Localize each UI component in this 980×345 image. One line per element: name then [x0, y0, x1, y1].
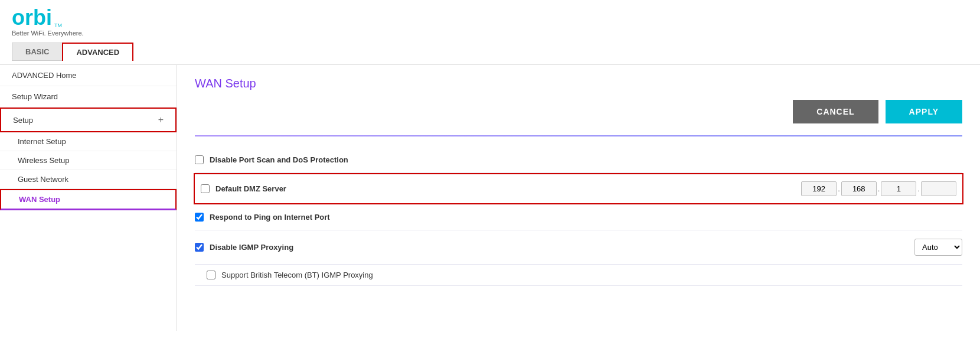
cancel-button[interactable]: CANCEL	[793, 100, 878, 123]
setup-expand-icon[interactable]: +	[158, 115, 164, 125]
logo-text: orbi	[12, 7, 52, 28]
sidebar-item-internet-setup[interactable]: Internet Setup	[0, 132, 177, 151]
ip-dot-3: .	[917, 184, 920, 193]
dmz-server-label: Default DMZ Server	[215, 184, 801, 193]
ip-dot-1: .	[838, 184, 840, 193]
form-row-respond-ping: Respond to Ping on Internet Port	[195, 204, 962, 230]
ip-octet-4[interactable]	[921, 181, 956, 196]
disable-port-scan-checkbox[interactable]	[195, 155, 204, 164]
ip-dot-2: .	[878, 184, 880, 193]
ip-inputs: . . .	[801, 181, 956, 196]
bt-igmp-label: Support British Telecom (BT) IGMP Proxyi…	[221, 271, 373, 279]
igmp-select[interactable]: Auto Manual	[914, 239, 962, 256]
tab-advanced[interactable]: ADVANCED	[62, 43, 133, 61]
form-row-disable-port-scan: Disable Port Scan and DoS Protection	[195, 147, 962, 173]
sidebar-item-wireless-setup[interactable]: Wireless Setup	[0, 151, 177, 170]
sidebar: ADVANCED Home Setup Wizard Setup + Inter…	[0, 65, 177, 331]
bt-igmp-checkbox[interactable]	[207, 271, 215, 279]
main-content: WAN Setup CANCEL APPLY Disable Port Scan…	[177, 65, 980, 331]
sidebar-item-guest-network[interactable]: Guest Network	[0, 170, 177, 189]
header: orbi TM Better WiFi. Everywhere. BASIC A…	[0, 0, 980, 65]
respond-ping-checkbox[interactable]	[195, 213, 204, 222]
buttons-row: CANCEL APPLY	[195, 100, 962, 123]
sidebar-item-wan-setup[interactable]: WAN Setup	[0, 189, 177, 210]
apply-button[interactable]: APPLY	[886, 100, 962, 123]
form-row-igmp-proxying: Disable IGMP Proxying Auto Manual	[195, 230, 962, 265]
sidebar-item-setup[interactable]: Setup +	[0, 108, 177, 132]
igmp-proxying-label: Disable IGMP Proxying	[210, 243, 914, 252]
ip-octet-1[interactable]	[801, 181, 837, 196]
sidebar-item-advanced-home[interactable]: ADVANCED Home	[0, 65, 177, 86]
sidebar-item-setup-label: Setup	[13, 116, 33, 125]
tabs: BASIC ADVANCED	[12, 43, 968, 61]
logo-tm: TM	[54, 22, 62, 28]
igmp-select-wrap: Auto Manual	[914, 239, 962, 256]
logo: orbi TM	[12, 7, 968, 28]
page-title: WAN Setup	[195, 77, 962, 90]
form-row-bt-igmp: Support British Telecom (BT) IGMP Proxyi…	[195, 265, 962, 286]
tab-basic[interactable]: BASIC	[12, 43, 62, 61]
top-divider	[195, 135, 962, 136]
respond-ping-label: Respond to Ping on Internet Port	[210, 213, 962, 222]
dmz-server-checkbox[interactable]	[201, 184, 210, 193]
disable-port-scan-label: Disable Port Scan and DoS Protection	[210, 155, 962, 164]
ip-octet-3[interactable]	[881, 181, 916, 196]
ip-octet-2[interactable]	[841, 181, 877, 196]
logo-tagline: Better WiFi. Everywhere.	[12, 30, 968, 37]
main-layout: ADVANCED Home Setup Wizard Setup + Inter…	[0, 65, 980, 331]
form-row-dmz-server: Default DMZ Server . . .	[194, 173, 963, 204]
igmp-proxying-checkbox[interactable]	[195, 243, 204, 252]
sidebar-item-setup-wizard[interactable]: Setup Wizard	[0, 86, 177, 108]
